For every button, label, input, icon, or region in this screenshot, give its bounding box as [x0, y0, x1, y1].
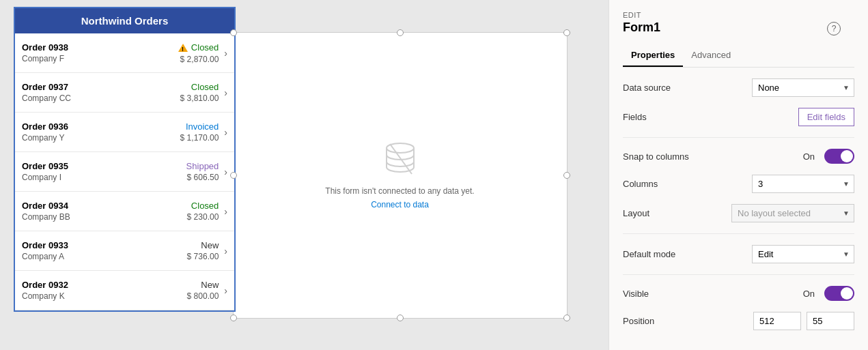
default-mode-dropdown[interactable]: Edit ▼	[752, 245, 854, 263]
default-mode-arrow-icon: ▼	[839, 247, 854, 261]
divider-1	[623, 137, 854, 138]
list-item[interactable]: Order 0938 Company F ! Closed $ 2,870.00…	[15, 33, 234, 73]
item-status-row: Shipped	[186, 161, 219, 171]
snap-to-columns-control: On	[803, 149, 854, 164]
item-right: Invoiced $ 1,170.00	[180, 121, 219, 143]
item-company: Company K	[22, 291, 187, 301]
chevron-icon: ›	[224, 206, 227, 217]
snap-to-columns-label: Snap to columns	[623, 151, 691, 162]
item-right: New $ 736.00	[187, 240, 219, 261]
list-item-info: Order 0938 Company F	[22, 42, 178, 63]
handle-tc[interactable]	[397, 29, 404, 36]
columns-arrow-icon: ▼	[839, 177, 854, 191]
item-company: Company CC	[22, 93, 180, 103]
list-header: Northwind Orders	[15, 8, 234, 33]
layout-label: Layout	[623, 208, 691, 218]
columns-dropdown[interactable]: 3 ▼	[752, 175, 854, 193]
item-company: Company Y	[22, 133, 180, 143]
item-status: Closed	[191, 82, 219, 92]
visible-control: On	[803, 286, 854, 301]
visible-toggle-knob	[841, 287, 853, 300]
default-mode-row: Default mode Edit ▼	[623, 245, 854, 263]
visible-label: Visible	[623, 289, 691, 299]
layout-dropdown[interactable]: No layout selected ▼	[731, 204, 854, 222]
list-item[interactable]: Order 0936 Company Y Invoiced $ 1,170.00…	[15, 113, 234, 152]
list-item-info: Order 0935 Company I	[22, 161, 186, 182]
divider-2	[623, 233, 854, 234]
tab-properties[interactable]: Properties	[623, 44, 683, 67]
item-order: Order 0932	[22, 280, 187, 290]
data-source-row: Data source None ▼	[623, 78, 854, 97]
canvas-area: Northwind Orders Order 0938 Company F ! …	[0, 0, 608, 350]
item-amount: $ 1,170.00	[180, 133, 219, 143]
handle-bl[interactable]	[230, 315, 237, 321]
item-order: Order 0935	[22, 161, 186, 171]
item-amount: $ 2,870.00	[180, 55, 219, 64]
handle-mr[interactable]	[563, 172, 570, 179]
snap-to-columns-row: Snap to columns On	[623, 149, 854, 164]
item-status: Closed	[191, 42, 219, 53]
list-item[interactable]: Order 0933 Company A New $ 736.00 ›	[15, 231, 234, 271]
list-panel: Northwind Orders Order 0938 Company F ! …	[14, 7, 236, 312]
snap-to-columns-toggle[interactable]	[824, 149, 854, 164]
position-y-input[interactable]	[807, 312, 854, 330]
item-right: Shipped $ 606.50	[186, 161, 219, 182]
item-right: Closed $ 230.00	[187, 201, 219, 222]
item-status: Shipped	[186, 161, 219, 171]
item-status-row: ! Closed	[178, 42, 219, 53]
list-item[interactable]: Order 0934 Company BB Closed $ 230.00 ›	[15, 192, 234, 231]
columns-label: Columns	[623, 179, 691, 189]
item-status-row: New	[201, 240, 219, 250]
tab-advanced[interactable]: Advanced	[683, 44, 739, 67]
visible-toggle[interactable]	[824, 286, 854, 301]
list-items-container: Order 0938 Company F ! Closed $ 2,870.00…	[15, 33, 234, 310]
item-amount: $ 3,810.00	[180, 93, 219, 103]
form-container[interactable]: This form isn't connected to any data ye…	[233, 32, 568, 319]
position-x-input[interactable]	[753, 312, 801, 330]
item-amount: $ 230.00	[187, 212, 219, 222]
form-content: This form isn't connected to any data ye…	[234, 33, 567, 318]
default-mode-value: Edit	[753, 246, 839, 263]
list-item-info: Order 0936 Company Y	[22, 121, 180, 143]
right-panel-inner: ? EDIT Form1 Properties Advanced Data so…	[623, 11, 854, 330]
item-status-row: New	[201, 280, 219, 290]
handle-br[interactable]	[563, 315, 570, 321]
visible-row: Visible On	[623, 286, 854, 301]
item-company: Company F	[22, 54, 178, 63]
item-order: Order 0938	[22, 42, 178, 53]
item-status-row: Invoiced	[186, 121, 219, 132]
list-item[interactable]: Order 0935 Company I Shipped $ 606.50 ›	[15, 152, 234, 192]
list-item[interactable]: Order 0932 Company K New $ 800.00 ›	[15, 271, 234, 310]
list-item[interactable]: Order 0937 Company CC Closed $ 3,810.00 …	[15, 73, 234, 113]
connect-link[interactable]: Connect to data	[371, 200, 429, 209]
visible-on-label: On	[803, 289, 815, 299]
form-message: This form isn't connected to any data ye…	[325, 185, 474, 211]
database-icon	[380, 138, 421, 179]
edit-fields-button[interactable]: Edit fields	[798, 108, 854, 126]
item-status: New	[201, 240, 219, 250]
position-label: Position	[623, 316, 691, 326]
divider-3	[623, 274, 854, 275]
tabs: Properties Advanced	[623, 44, 854, 68]
handle-ml[interactable]	[230, 172, 237, 179]
chevron-icon: ›	[224, 166, 227, 177]
columns-value: 3	[753, 175, 839, 192]
item-status-row: Closed	[191, 201, 219, 211]
handle-tl[interactable]	[230, 29, 237, 36]
chevron-icon: ›	[224, 285, 227, 296]
item-amount: $ 736.00	[187, 252, 219, 261]
data-source-arrow-icon: ▼	[839, 81, 854, 95]
right-panel: ? EDIT Form1 Properties Advanced Data so…	[608, 0, 868, 350]
item-right: Closed $ 3,810.00	[180, 82, 219, 103]
toggle-knob	[841, 150, 853, 162]
list-item-info: Order 0932 Company K	[22, 280, 187, 301]
item-order: Order 0937	[22, 82, 180, 92]
layout-row: Layout No layout selected ▼	[623, 204, 854, 222]
list-item-info: Order 0934 Company BB	[22, 201, 187, 222]
position-inputs	[753, 312, 854, 330]
help-icon[interactable]: ?	[827, 22, 841, 35]
data-source-dropdown[interactable]: None ▼	[752, 78, 854, 97]
handle-tr[interactable]	[563, 29, 570, 36]
item-status-row: Closed	[191, 82, 219, 92]
handle-bc[interactable]	[397, 315, 404, 321]
